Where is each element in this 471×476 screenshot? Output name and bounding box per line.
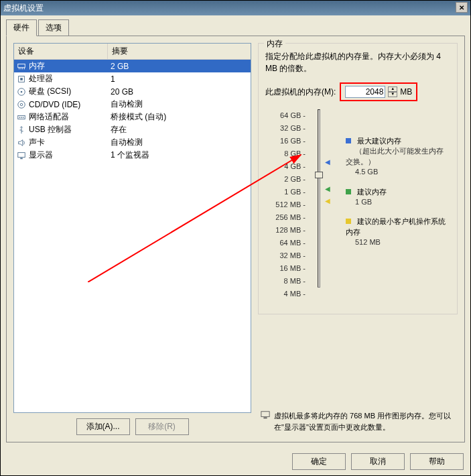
display-icon [17, 151, 26, 160]
table-row[interactable]: CD/DVD (IDE)自动检测 [14, 98, 251, 111]
rec-marker-icon: ◀ [325, 185, 330, 192]
tick-label: 64 MB - [265, 237, 306, 249]
svg-rect-6 [20, 78, 23, 80]
cancel-button[interactable]: 取消 [351, 453, 405, 470]
memory-input[interactable] [345, 86, 385, 98]
display-icon [261, 410, 270, 432]
highlight-box: ▲ ▼ MB [340, 82, 417, 101]
slider-track[interactable]: ◀ ◀ ◀ [312, 109, 326, 300]
tick-label: 2 GB - [265, 173, 306, 186]
disk-icon [17, 87, 26, 97]
table-row[interactable]: 处理器1 [14, 72, 251, 85]
svg-point-8 [21, 91, 23, 93]
tick-label: 32 GB - [265, 122, 306, 135]
titlebar: 虚拟机设置 ✕ [1, 1, 470, 15]
table-row[interactable]: 显示器1 个监视器 [14, 149, 251, 162]
table-row[interactable]: 声卡自动检测 [14, 136, 251, 149]
device-name: 网络适配器 [29, 111, 69, 123]
usb-icon [17, 125, 26, 135]
tick-label: 4 GB - [265, 160, 306, 173]
svg-rect-15 [18, 152, 25, 157]
legend-rec: 建议内存 1 GB [346, 187, 450, 208]
sound-icon [17, 138, 26, 147]
add-button[interactable]: 添加(A)... [76, 418, 130, 435]
svg-rect-17 [261, 412, 269, 417]
device-name: 处理器 [29, 73, 53, 84]
content: 设备 摘要 内存2 GB处理器1硬盘 (SCSI)20 GBCD/DVD (ID… [6, 36, 465, 442]
tick-label: 512 MB - [265, 198, 306, 211]
memory-input-row: 此虚拟机的内存(M): ▲ ▼ MB [265, 82, 450, 101]
tab-hardware[interactable]: 硬件 [6, 19, 37, 36]
slider-ticks: 64 GB -32 GB -16 GB -8 GB -4 GB -2 GB -1… [265, 109, 306, 300]
device-name: 显示器 [29, 150, 53, 161]
device-name: 声卡 [29, 137, 45, 148]
memory-slider-area: 64 GB -32 GB -16 GB -8 GB -4 GB -2 GB -1… [265, 109, 450, 300]
device-summary: 桥接模式 (自动) [111, 111, 248, 123]
device-summary: 自动检测 [111, 137, 248, 148]
device-table: 设备 摘要 内存2 GB处理器1硬盘 (SCSI)20 GBCD/DVD (ID… [13, 43, 251, 413]
svg-point-12 [19, 117, 21, 118]
tick-label: 8 GB - [265, 147, 306, 160]
slider-thumb[interactable] [315, 172, 323, 178]
tick-label: 256 MB - [265, 211, 306, 224]
device-name: USB 控制器 [29, 124, 72, 135]
svg-rect-0 [18, 64, 25, 67]
legend-rec-color [346, 189, 351, 194]
device-summary: 2 GB [111, 62, 248, 71]
svg-point-13 [21, 117, 22, 118]
table-row[interactable]: 硬盘 (SCSI)20 GB [14, 85, 251, 98]
left-panel: 设备 摘要 内存2 GB处理器1硬盘 (SCSI)20 GBCD/DVD (ID… [13, 43, 251, 435]
svg-point-14 [23, 117, 24, 118]
table-row[interactable]: USB 控制器存在 [14, 123, 251, 136]
tick-label: 8 MB - [265, 275, 306, 288]
device-summary: 存在 [111, 124, 248, 135]
spin-down-icon[interactable]: ▼ [388, 92, 397, 97]
legend-max-color [346, 138, 351, 143]
vm-settings-window: 虚拟机设置 ✕ 硬件 选项 设备 摘要 内存2 GB处理器1硬盘 (SCSI)2… [0, 0, 471, 476]
device-name: 硬盘 (SCSI) [29, 86, 71, 97]
right-panel: 内存 指定分配给此虚拟机的内存量。内存大小必须为 4 MB 的倍数。 此虚拟机的… [258, 43, 458, 435]
memory-unit: MB [400, 87, 412, 97]
legend-min: 建议的最小客户机操作系统内存 512 MB [346, 217, 450, 247]
close-icon[interactable]: ✕ [456, 2, 468, 13]
tick-label: 4 MB - [265, 288, 306, 300]
col-summary: 摘要 [108, 44, 251, 59]
device-name: CD/DVD (IDE) [29, 100, 80, 109]
table-row[interactable]: 网络适配器桥接模式 (自动) [14, 111, 251, 123]
cd-icon [17, 100, 26, 109]
legend-max: 最大建议内存 （超出此大小可能发生内存交换。） 4.5 GB [346, 136, 450, 178]
tab-strip: 硬件 选项 [1, 15, 470, 36]
remove-button[interactable]: 移除(R) [135, 418, 189, 435]
memory-icon [17, 62, 26, 71]
footer: 确定 取消 帮助 [1, 448, 470, 475]
tab-options[interactable]: 选项 [38, 19, 69, 36]
legend-min-color [346, 219, 351, 224]
device-summary: 1 个监视器 [111, 150, 248, 161]
table-row[interactable]: 内存2 GB [14, 60, 251, 72]
tick-label: 16 MB - [265, 262, 306, 275]
spin-up-icon[interactable]: ▲ [388, 86, 397, 92]
help-button[interactable]: 帮助 [410, 453, 464, 470]
device-summary: 自动检测 [111, 99, 248, 110]
max-marker-icon: ◀ [325, 158, 330, 166]
tick-label: 128 MB - [265, 224, 306, 237]
min-marker-icon: ◀ [325, 197, 330, 204]
svg-point-9 [18, 101, 25, 108]
device-summary: 20 GB [111, 87, 248, 97]
svg-rect-16 [20, 158, 23, 159]
track-line: ◀ ◀ ◀ [318, 109, 320, 288]
tick-label: 1 GB - [265, 186, 306, 198]
device-name: 内存 [29, 60, 45, 72]
left-buttons: 添加(A)... 移除(R) [13, 418, 251, 435]
footnote: 虚拟机最多将此内存的 768 MB 用作图形内存。您可以在"显示器"设置页面中更… [258, 408, 458, 435]
tick-label: 16 GB - [265, 135, 306, 147]
group-title: 内存 [264, 38, 285, 50]
memory-spinner[interactable]: ▲ ▼ [388, 86, 397, 97]
device-summary: 1 [111, 74, 248, 84]
table-header: 设备 摘要 [14, 44, 251, 60]
ok-button[interactable]: 确定 [292, 453, 346, 470]
svg-rect-18 [263, 418, 267, 419]
window-title: 虚拟机设置 [3, 3, 44, 14]
tick-label: 32 MB - [265, 249, 306, 262]
svg-point-10 [20, 103, 23, 106]
